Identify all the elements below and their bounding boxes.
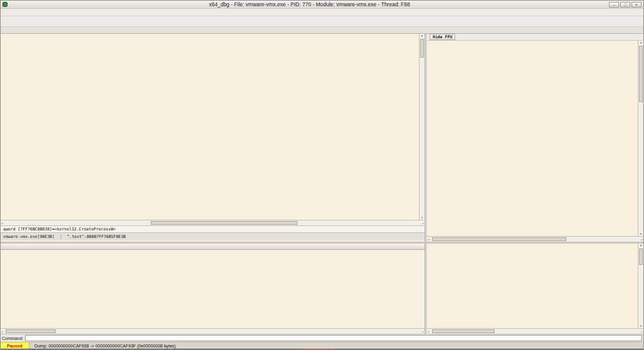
hide-fpu-button[interactable]: Hide FPU — [430, 34, 455, 40]
scroll-up-arrow-icon[interactable]: ▲ — [640, 41, 641, 44]
command-bar: Command: — [1, 334, 643, 342]
registers-horizontal-scrollbar[interactable]: ◄ ► — [427, 236, 643, 242]
dump-panel: ◄ ► — [1, 244, 425, 334]
scrollbar-thumb[interactable] — [639, 249, 643, 265]
stack-horizontal-scrollbar[interactable]: ◄ ► — [427, 328, 643, 334]
scrollbar-thumb[interactable] — [639, 46, 643, 102]
scroll-right-arrow-icon[interactable]: ► — [423, 222, 424, 225]
module-offset: vmware-vmx.exe[90E3B] — [3, 233, 54, 240]
module-status-line: vmware-vmx.exe[90E3B] | ".text":00007FF7… — [1, 232, 425, 240]
scroll-left-arrow-icon[interactable]: ◄ — [1, 330, 3, 333]
dump-header-row — [1, 244, 425, 250]
scroll-left-arrow-icon[interactable]: ◄ — [428, 330, 429, 333]
close-button[interactable]: × — [631, 2, 641, 8]
section-address: ".text":00007FF76B5F0E3B — [67, 233, 126, 240]
app-icon — [3, 2, 8, 7]
scroll-right-arrow-icon[interactable]: ► — [641, 238, 643, 241]
toolbar — [1, 16, 643, 27]
stack-panel: ▲ ▼ ◄ ► — [427, 244, 643, 334]
scrollbar-thumb[interactable] — [420, 39, 424, 58]
command-input[interactable] — [25, 335, 642, 341]
disassembly-panel: ▲ ▼ ◄ ► qword [7FF76BC0B838]=<kernel32.C… — [1, 34, 425, 242]
scroll-up-arrow-icon[interactable]: ▲ — [421, 34, 423, 38]
stack-vertical-scrollbar[interactable]: ▲ ▼ — [638, 244, 643, 328]
scroll-right-arrow-icon[interactable]: ► — [423, 330, 424, 333]
status-bar: Paused Dump: 0000000000CAF938 -> 0000000… — [1, 342, 643, 349]
scrollbar-thumb[interactable] — [432, 329, 495, 333]
dump-horizontal-scrollbar[interactable]: ◄ ► — [1, 328, 425, 334]
title-bar: x64_dbg - File: vmware-vmx.exe - PID: 77… — [1, 1, 643, 9]
minimize-button[interactable]: – — [609, 2, 619, 8]
registers-vertical-scrollbar[interactable]: ▲ ▼ — [638, 41, 643, 236]
command-label: Command: — [2, 336, 23, 341]
dump-selection-info: Dump: 0000000000CAF938 -> 0000000000CAF9… — [34, 344, 176, 348]
maximize-button[interactable]: □ — [620, 2, 630, 8]
scroll-up-arrow-icon[interactable]: ▲ — [640, 244, 641, 247]
selection-info-line: qword [7FF76BC0B838]=<kernel32.CreatePro… — [1, 225, 425, 232]
tab-bar — [1, 27, 643, 34]
registers-panel: Hide FPU ▲ ▼ ◄ ► — [427, 34, 643, 242]
x64dbg-window: x64_dbg - File: vmware-vmx.exe - PID: 77… — [0, 0, 644, 350]
status-badge: Paused — [1, 342, 29, 349]
menu-bar — [1, 9, 643, 16]
disassembly-horizontal-scrollbar[interactable]: ◄ ► — [1, 220, 425, 225]
scrollbar-thumb[interactable] — [432, 237, 566, 241]
scrollbar-thumb[interactable] — [6, 329, 56, 333]
scroll-left-arrow-icon[interactable]: ◄ — [1, 222, 3, 225]
scroll-right-arrow-icon[interactable]: ► — [641, 330, 643, 333]
status-divider: | — [59, 233, 62, 240]
window-title: x64_dbg - File: vmware-vmx.exe - PID: 77… — [10, 1, 609, 8]
scroll-left-arrow-icon[interactable]: ◄ — [428, 238, 429, 241]
scrollbar-thumb[interactable] — [151, 221, 298, 225]
disassembly-vertical-scrollbar[interactable]: ▲ ▼ — [419, 34, 425, 220]
